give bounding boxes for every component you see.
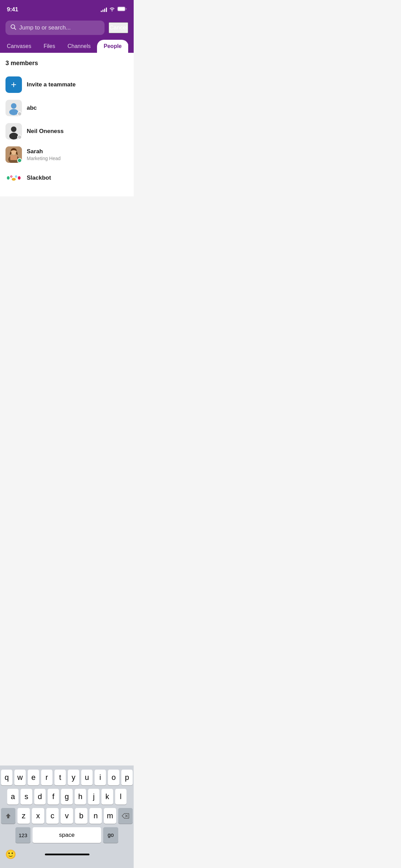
tab-people[interactable]: People <box>97 40 128 53</box>
status-icons <box>101 7 127 13</box>
person-name: Invite a teammate <box>27 81 128 88</box>
person-name: Slackbot <box>27 174 128 181</box>
list-item[interactable]: abc <box>5 96 128 120</box>
search-placeholder: Jump to or search... <box>19 24 71 31</box>
svg-point-23 <box>16 176 17 177</box>
search-icon <box>10 24 16 32</box>
header: Jump to or search... Cancel Canvases Fil… <box>0 17 134 53</box>
svg-point-6 <box>9 109 18 115</box>
svg-point-22 <box>11 176 12 177</box>
avatar <box>5 100 22 116</box>
person-role: Marketing Head <box>27 156 128 161</box>
svg-point-14 <box>11 150 16 155</box>
status-dot-offline <box>17 135 22 140</box>
avatar <box>5 170 22 186</box>
cancel-button[interactable]: Cancel <box>109 22 128 33</box>
list-item[interactable]: Neil Oneness <box>5 120 128 143</box>
tab-canvases[interactable]: Canvases <box>5 40 37 53</box>
slackbot-avatar <box>5 170 22 186</box>
avatar <box>5 146 22 163</box>
status-bar: 9:41 <box>0 0 134 17</box>
status-dot-online <box>17 158 22 163</box>
svg-point-8 <box>11 126 16 132</box>
person-name: Neil Oneness <box>27 128 128 135</box>
svg-point-21 <box>18 176 21 180</box>
content-area: 3 members + Invite a teammate abc <box>0 53 134 196</box>
svg-rect-1 <box>118 7 125 11</box>
battery-icon <box>117 7 127 13</box>
svg-line-3 <box>14 28 16 30</box>
svg-rect-13 <box>10 155 17 160</box>
person-name: Sarah <box>27 148 128 155</box>
members-count: 3 members <box>5 60 128 67</box>
list-item[interactable]: + Invite a teammate <box>5 73 128 96</box>
wifi-icon <box>109 7 115 13</box>
status-dot-offline <box>17 111 22 116</box>
svg-point-5 <box>11 103 16 109</box>
svg-point-9 <box>9 133 18 140</box>
avatar: + <box>5 76 22 93</box>
invite-avatar: + <box>5 76 22 93</box>
svg-point-20 <box>7 176 10 180</box>
person-name: abc <box>27 105 128 111</box>
svg-point-19 <box>12 178 16 181</box>
search-bar[interactable]: Jump to or search... <box>5 21 105 35</box>
list-item[interactable]: Sarah Marketing Head <box>5 143 128 166</box>
signal-icon <box>101 7 107 12</box>
search-row: Jump to or search... Cancel <box>5 21 128 35</box>
filter-tabs: Canvases Files Channels People Workflows <box>5 40 128 53</box>
tab-channels[interactable]: Channels <box>61 40 97 53</box>
tab-files[interactable]: Files <box>37 40 61 53</box>
list-item[interactable]: Slackbot <box>5 166 128 190</box>
status-time: 9:41 <box>7 6 18 13</box>
avatar <box>5 123 22 140</box>
